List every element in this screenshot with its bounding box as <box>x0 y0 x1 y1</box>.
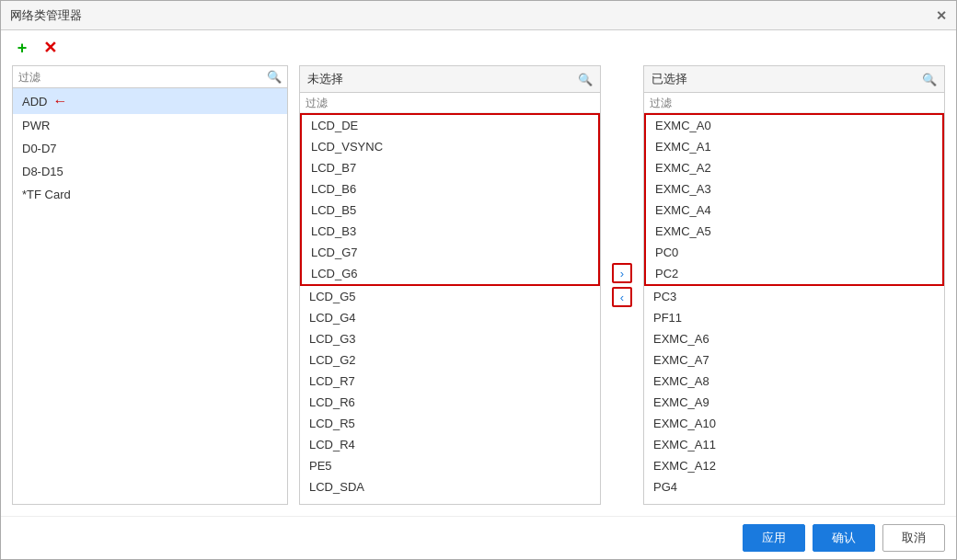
left-filter-icon[interactable]: 🔍 <box>267 70 282 84</box>
selected-list-item[interactable]: EXMC_A5 <box>646 221 942 242</box>
left-panel: 🔍 ADD ←PWRD0-D7D8-D15*TF Card <box>12 65 288 505</box>
selected-list-item[interactable]: EXMC_A7 <box>644 349 944 371</box>
selected-list-item[interactable]: EXMC_A2 <box>646 157 942 178</box>
selected-red-border: EXMC_A0EXMC_A1EXMC_A2EXMC_A3EXMC_A4EXMC_… <box>644 113 944 286</box>
footer: 应用 确认 取消 <box>1 516 956 559</box>
unselected-list-item[interactable]: LCD_G4 <box>300 307 600 328</box>
confirm-button[interactable]: 确认 <box>813 524 875 552</box>
selected-list-item[interactable]: EXMC_A6 <box>644 328 944 349</box>
unselected-list-item[interactable]: LCD_SDA <box>300 476 600 497</box>
unselected-list-item[interactable]: LCD_R5 <box>300 413 600 434</box>
left-list-item[interactable]: D0-D7 <box>13 137 287 160</box>
left-filter-input[interactable] <box>18 71 267 84</box>
unselected-list-item[interactable]: LCD_B3 <box>302 221 598 242</box>
unselected-list-item[interactable]: LCD_B6 <box>302 178 598 200</box>
unselected-list-item[interactable]: LCD_G2 <box>300 349 600 371</box>
unselected-filter-input[interactable] <box>306 97 594 109</box>
selected-list-item[interactable]: EXMC_A1 <box>646 136 942 157</box>
left-list-item[interactable]: ADD ← <box>13 88 287 114</box>
selected-list-item[interactable]: EXMC_A10 <box>644 413 944 434</box>
left-list-item[interactable]: PWR <box>13 114 287 137</box>
add-button[interactable]: + <box>12 38 32 58</box>
unselected-list-item[interactable]: LCD_G7 <box>302 242 598 263</box>
left-list-item[interactable]: D8-D15 <box>13 160 287 183</box>
selected-list-item[interactable]: EXMC_A8 <box>644 371 944 392</box>
transfer-right-button[interactable]: › <box>612 263 632 283</box>
selected-list-item[interactable]: EXMC_A9 <box>644 392 944 413</box>
transfer-column: › ‹ <box>608 65 636 505</box>
selected-filter-input[interactable] <box>650 97 939 109</box>
middle-panels: 未选择 🔍 LCD_DELCD_VSYNCLCD_B7LCD_B6LCD_B5L… <box>299 65 945 505</box>
selected-list-item[interactable]: EXMC_A0 <box>646 115 942 136</box>
unselected-list: LCD_DELCD_VSYNCLCD_B7LCD_B6LCD_B5LCD_B3L… <box>300 113 600 504</box>
selected-list-item[interactable]: PC0 <box>646 242 942 263</box>
unselected-list-item[interactable]: LCD_R6 <box>300 392 600 413</box>
unselected-list-item[interactable]: PE2 <box>300 497 600 504</box>
remove-button[interactable]: ✕ <box>40 38 60 58</box>
selected-list-item[interactable]: EXMC_A12 <box>644 455 944 476</box>
selected-title: 已选择 <box>651 71 687 87</box>
main-window: 网络类管理器 ✕ + ✕ 🔍 ADD ←PWRD0-D7D8-D15*TF Ca… <box>0 0 957 560</box>
selected-list-item[interactable]: EXMC_A3 <box>646 178 942 200</box>
unselected-list-item[interactable]: LCD_VSYNC <box>302 136 598 157</box>
selected-panel: 已选择 🔍 EXMC_A0EXMC_A1EXMC_A2EXMC_A3EXMC_A… <box>643 65 945 505</box>
cancel-button[interactable]: 取消 <box>882 524 945 552</box>
unselected-list-item[interactable]: LCD_DE <box>302 115 598 136</box>
left-filter-row: 🔍 <box>13 66 287 88</box>
unselected-title: 未选择 <box>307 71 343 87</box>
unselected-list-item[interactable]: LCD_B7 <box>302 157 598 178</box>
content-area: 🔍 ADD ←PWRD0-D7D8-D15*TF Card 未选择 🔍 LCD_… <box>1 65 956 516</box>
unselected-list-item[interactable]: LCD_G5 <box>300 286 600 307</box>
unselected-list-item[interactable]: LCD_R4 <box>300 434 600 455</box>
unselected-list-item[interactable]: LCD_R7 <box>300 371 600 392</box>
selected-list-item[interactable]: PC3 <box>644 286 944 307</box>
unselected-list-item[interactable]: LCD_B5 <box>302 200 598 221</box>
selected-list-item[interactable]: PF11 <box>644 307 944 328</box>
unselected-filter-icon[interactable]: 🔍 <box>578 73 593 86</box>
transfer-left-button[interactable]: ‹ <box>612 287 632 307</box>
left-list: ADD ←PWRD0-D7D8-D15*TF Card <box>13 88 287 504</box>
title-bar: 网络类管理器 ✕ <box>1 1 956 30</box>
selected-list-item[interactable]: PG4 <box>644 476 944 497</box>
unselected-list-item[interactable]: PE5 <box>300 455 600 476</box>
selected-list-item[interactable]: EXMC_A4 <box>646 200 942 221</box>
unselected-header: 未选择 🔍 <box>300 66 600 93</box>
unselected-list-item[interactable]: LCD_G3 <box>300 328 600 349</box>
unselected-red-border: LCD_DELCD_VSYNCLCD_B7LCD_B6LCD_B5LCD_B3L… <box>300 113 600 286</box>
unselected-list-item[interactable]: LCD_G6 <box>302 263 598 284</box>
close-button[interactable]: ✕ <box>936 8 947 23</box>
selected-list-item[interactable]: PC2 <box>646 263 942 284</box>
unselected-filter-row: 未选择 <box>307 71 578 87</box>
selected-filter-icon[interactable]: 🔍 <box>922 73 937 86</box>
arrow-icon: ← <box>52 93 67 109</box>
selected-list-item[interactable]: EXMC_A11 <box>644 434 944 455</box>
selected-list-item[interactable]: PG5 <box>644 497 944 504</box>
selected-list: EXMC_A0EXMC_A1EXMC_A2EXMC_A3EXMC_A4EXMC_… <box>644 113 944 504</box>
selected-header: 已选择 🔍 <box>644 66 944 93</box>
apply-button[interactable]: 应用 <box>743 524 805 552</box>
left-list-item[interactable]: *TF Card <box>13 183 287 206</box>
unselected-panel: 未选择 🔍 LCD_DELCD_VSYNCLCD_B7LCD_B6LCD_B5L… <box>299 65 601 505</box>
arrow-text: ADD <box>22 95 47 109</box>
window-title: 网络类管理器 <box>10 7 82 24</box>
toolbar: + ✕ <box>1 30 956 65</box>
